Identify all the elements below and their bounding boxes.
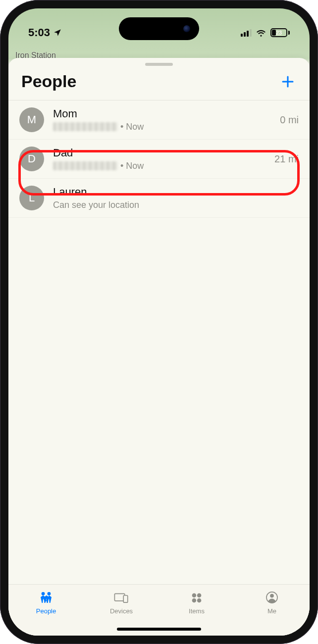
people-sheet: People M Mom • Now 0 mi bbox=[8, 58, 310, 636]
list-item-body: Dad • Now bbox=[53, 147, 265, 171]
cellular-icon bbox=[241, 29, 252, 37]
avatar: D bbox=[19, 147, 44, 171]
svg-rect-5 bbox=[123, 595, 128, 602]
status-time: 5:03 bbox=[28, 26, 50, 39]
tab-items[interactable]: Items bbox=[159, 590, 234, 615]
svg-point-2 bbox=[42, 592, 45, 595]
tab-label: Devices bbox=[110, 607, 133, 615]
phone-frame: 5:03 23 bbox=[0, 0, 318, 644]
status-indicators: 23 bbox=[241, 27, 290, 38]
avatar: M bbox=[19, 107, 44, 132]
people-list[interactable]: M Mom • Now 0 mi D Dad bbox=[8, 100, 310, 584]
people-icon bbox=[38, 590, 54, 605]
person-name: Dad bbox=[53, 147, 265, 159]
tab-devices[interactable]: Devices bbox=[84, 590, 159, 615]
screen: 5:03 23 bbox=[8, 8, 310, 636]
battery-indicator: 23 bbox=[270, 28, 290, 37]
location-time: • Now bbox=[120, 122, 144, 132]
person-sub: • Now bbox=[53, 122, 271, 132]
location-time: • Now bbox=[120, 161, 144, 171]
tab-me[interactable]: Me bbox=[234, 590, 310, 615]
page-title: People bbox=[21, 72, 76, 91]
dynamic-island bbox=[119, 17, 199, 40]
svg-point-9 bbox=[197, 598, 202, 603]
wifi-icon bbox=[256, 27, 266, 38]
tab-label: Items bbox=[189, 607, 205, 615]
sheet-grabber[interactable] bbox=[145, 63, 173, 66]
list-item[interactable]: M Mom • Now 0 mi bbox=[8, 100, 310, 140]
person-name: Mom bbox=[53, 107, 271, 120]
distance: 21 mi bbox=[274, 153, 299, 165]
avatar: L bbox=[19, 186, 44, 210]
home-indicator[interactable] bbox=[117, 628, 201, 631]
person-name: Lauren bbox=[53, 186, 290, 198]
items-icon bbox=[188, 590, 205, 605]
add-button[interactable] bbox=[279, 73, 297, 91]
svg-point-8 bbox=[192, 598, 197, 603]
sheet-header: People bbox=[8, 69, 310, 100]
status-time-group: 5:03 bbox=[28, 26, 62, 39]
list-item-body: Lauren Can see your location bbox=[53, 186, 290, 210]
person-sub: • Now bbox=[53, 161, 265, 171]
person-sub: Can see your location bbox=[53, 200, 290, 210]
blurred-location bbox=[53, 122, 117, 131]
svg-point-3 bbox=[48, 592, 51, 595]
svg-point-6 bbox=[192, 594, 197, 598]
me-icon bbox=[264, 590, 280, 605]
location-arrow-icon bbox=[53, 28, 62, 37]
distance: 0 mi bbox=[280, 114, 299, 126]
plus-icon bbox=[280, 74, 295, 89]
list-item[interactable]: D Dad • Now 21 mi bbox=[8, 140, 310, 179]
blurred-location bbox=[53, 161, 117, 170]
list-item[interactable]: L Lauren Can see your location bbox=[8, 179, 310, 218]
svg-point-11 bbox=[270, 594, 274, 598]
devices-icon bbox=[113, 590, 130, 605]
location-time: Can see your location bbox=[53, 200, 139, 210]
tab-people[interactable]: People bbox=[8, 590, 84, 615]
battery-level: 23 bbox=[271, 30, 286, 36]
tab-label: People bbox=[36, 607, 56, 615]
svg-point-7 bbox=[197, 594, 202, 598]
tab-label: Me bbox=[267, 607, 276, 615]
list-item-body: Mom • Now bbox=[53, 107, 271, 132]
